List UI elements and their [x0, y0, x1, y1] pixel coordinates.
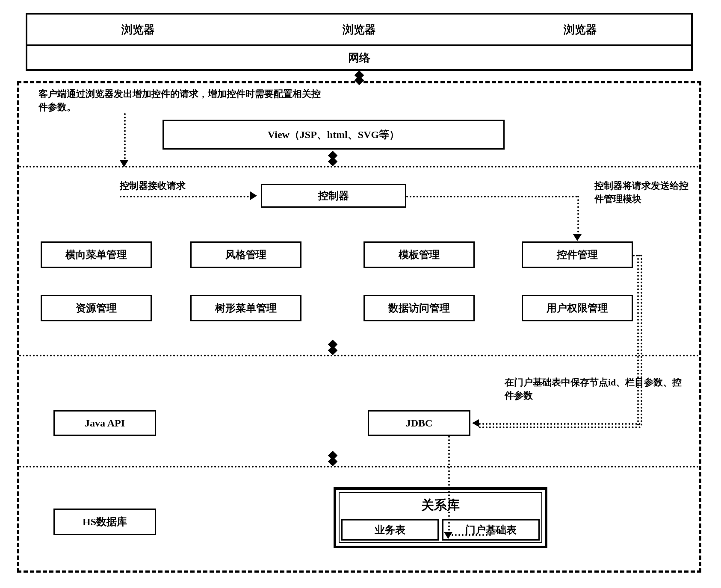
arrow — [577, 196, 579, 236]
arrow — [479, 426, 641, 428]
module-treemenu: 树形菜单管理 — [190, 295, 301, 321]
arrow — [633, 255, 641, 256]
layer-separator — [19, 466, 699, 467]
browser-2: 浏览器 — [248, 15, 470, 44]
controller-right-note: 控制器将请求发送给控件管理模块 — [594, 179, 693, 206]
view-note: 客户端通过浏览器发出增加控件的请求，增加控件时需要配置相关控件参数。 — [38, 88, 329, 114]
architecture-diagram: 浏览器 浏览器 浏览器 网络 客户端通过浏览器发出增加控件的请求，增加控件时需要… — [9, 9, 712, 579]
browsers-row: 浏览器 浏览器 浏览器 — [26, 13, 693, 46]
layer-separator — [19, 166, 699, 168]
module-data-access: 数据访问管理 — [363, 295, 475, 321]
module-resource: 资源管理 — [41, 295, 152, 321]
relation-db-title: 关系库 — [340, 493, 541, 517]
browser-1: 浏览器 — [27, 15, 248, 44]
jdbc-box: JDBC — [368, 410, 470, 436]
arrow — [479, 423, 641, 425]
module-template: 模板管理 — [363, 241, 475, 268]
arrow — [120, 196, 252, 197]
api-note: 在门户基础表中保存节点id、栏目参数、控件参数 — [505, 376, 688, 403]
browser-3: 浏览器 — [470, 15, 691, 44]
layer-separator — [19, 355, 699, 356]
module-widget: 控件管理 — [522, 241, 633, 268]
arrow — [406, 196, 577, 197]
java-api-box: Java API — [53, 410, 156, 436]
relation-db-box: 关系库 业务表 门户基础表 — [334, 487, 547, 548]
network-box: 网络 — [26, 46, 693, 71]
module-style: 风格管理 — [190, 241, 301, 268]
hs-db-box: HS数据库 — [53, 509, 156, 535]
module-user-perm: 用户权限管理 — [522, 295, 633, 321]
arrow-head — [472, 419, 479, 427]
controller-left-note: 控制器接收请求 — [120, 179, 186, 193]
arrow-head — [573, 234, 582, 241]
biz-table: 业务表 — [341, 519, 439, 541]
arrow — [124, 113, 126, 162]
portal-base-table: 门户基础表 — [442, 519, 540, 541]
controller-box: 控制器 — [261, 184, 406, 208]
view-box: View（JSP、html、SVG等） — [163, 120, 505, 150]
module-hmenu: 横向菜单管理 — [41, 241, 152, 268]
arrow-head — [250, 191, 257, 200]
